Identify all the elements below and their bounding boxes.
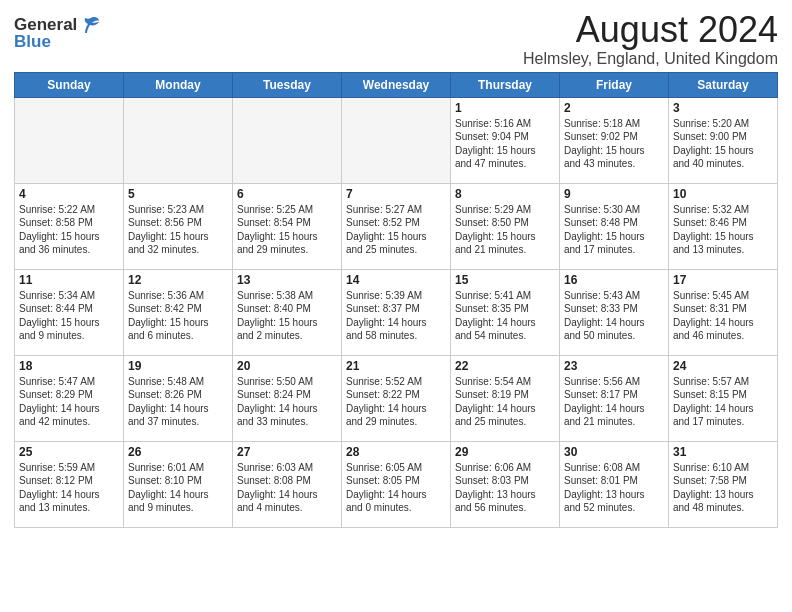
calendar-header-row: SundayMondayTuesdayWednesdayThursdayFrid…	[15, 72, 778, 97]
calendar-cell: 25Sunrise: 5:59 AM Sunset: 8:12 PM Dayli…	[15, 441, 124, 527]
calendar-week-row: 4Sunrise: 5:22 AM Sunset: 8:58 PM Daylig…	[15, 183, 778, 269]
day-number: 25	[19, 445, 119, 459]
calendar-cell: 2Sunrise: 5:18 AM Sunset: 9:02 PM Daylig…	[560, 97, 669, 183]
day-number: 8	[455, 187, 555, 201]
day-number: 12	[128, 273, 228, 287]
calendar-cell: 27Sunrise: 6:03 AM Sunset: 8:08 PM Dayli…	[233, 441, 342, 527]
day-info: Sunrise: 5:18 AM Sunset: 9:02 PM Dayligh…	[564, 117, 664, 171]
day-info: Sunrise: 5:25 AM Sunset: 8:54 PM Dayligh…	[237, 203, 337, 257]
calendar-cell: 5Sunrise: 5:23 AM Sunset: 8:56 PM Daylig…	[124, 183, 233, 269]
day-number: 20	[237, 359, 337, 373]
day-info: Sunrise: 5:56 AM Sunset: 8:17 PM Dayligh…	[564, 375, 664, 429]
day-number: 4	[19, 187, 119, 201]
calendar-cell: 16Sunrise: 5:43 AM Sunset: 8:33 PM Dayli…	[560, 269, 669, 355]
day-info: Sunrise: 5:41 AM Sunset: 8:35 PM Dayligh…	[455, 289, 555, 343]
logo: General Blue	[14, 10, 101, 52]
calendar-cell: 31Sunrise: 6:10 AM Sunset: 7:58 PM Dayli…	[669, 441, 778, 527]
header: General Blue August 2024 Helmsley, Engla…	[14, 10, 778, 68]
calendar-cell	[342, 97, 451, 183]
day-number: 22	[455, 359, 555, 373]
day-number: 13	[237, 273, 337, 287]
day-number: 29	[455, 445, 555, 459]
day-number: 26	[128, 445, 228, 459]
day-info: Sunrise: 5:48 AM Sunset: 8:26 PM Dayligh…	[128, 375, 228, 429]
day-number: 30	[564, 445, 664, 459]
calendar-cell: 22Sunrise: 5:54 AM Sunset: 8:19 PM Dayli…	[451, 355, 560, 441]
day-info: Sunrise: 5:52 AM Sunset: 8:22 PM Dayligh…	[346, 375, 446, 429]
day-info: Sunrise: 5:32 AM Sunset: 8:46 PM Dayligh…	[673, 203, 773, 257]
calendar-week-row: 11Sunrise: 5:34 AM Sunset: 8:44 PM Dayli…	[15, 269, 778, 355]
day-info: Sunrise: 5:54 AM Sunset: 8:19 PM Dayligh…	[455, 375, 555, 429]
day-number: 19	[128, 359, 228, 373]
calendar-week-row: 1Sunrise: 5:16 AM Sunset: 9:04 PM Daylig…	[15, 97, 778, 183]
calendar-cell: 26Sunrise: 6:01 AM Sunset: 8:10 PM Dayli…	[124, 441, 233, 527]
day-info: Sunrise: 5:23 AM Sunset: 8:56 PM Dayligh…	[128, 203, 228, 257]
day-number: 9	[564, 187, 664, 201]
day-number: 5	[128, 187, 228, 201]
calendar-cell	[124, 97, 233, 183]
day-info: Sunrise: 5:27 AM Sunset: 8:52 PM Dayligh…	[346, 203, 446, 257]
day-info: Sunrise: 5:39 AM Sunset: 8:37 PM Dayligh…	[346, 289, 446, 343]
calendar-cell: 10Sunrise: 5:32 AM Sunset: 8:46 PM Dayli…	[669, 183, 778, 269]
day-number: 21	[346, 359, 446, 373]
day-number: 16	[564, 273, 664, 287]
calendar-cell: 28Sunrise: 6:05 AM Sunset: 8:05 PM Dayli…	[342, 441, 451, 527]
day-info: Sunrise: 5:47 AM Sunset: 8:29 PM Dayligh…	[19, 375, 119, 429]
logo-bird-icon	[79, 14, 101, 36]
calendar-cell: 14Sunrise: 5:39 AM Sunset: 8:37 PM Dayli…	[342, 269, 451, 355]
page-title: August 2024	[523, 10, 778, 50]
weekday-header-thursday: Thursday	[451, 72, 560, 97]
calendar-cell: 6Sunrise: 5:25 AM Sunset: 8:54 PM Daylig…	[233, 183, 342, 269]
day-number: 6	[237, 187, 337, 201]
calendar-cell: 30Sunrise: 6:08 AM Sunset: 8:01 PM Dayli…	[560, 441, 669, 527]
day-info: Sunrise: 5:29 AM Sunset: 8:50 PM Dayligh…	[455, 203, 555, 257]
logo-blue-text: Blue	[14, 32, 51, 52]
page-subtitle: Helmsley, England, United Kingdom	[523, 50, 778, 68]
calendar-cell: 4Sunrise: 5:22 AM Sunset: 8:58 PM Daylig…	[15, 183, 124, 269]
calendar-cell: 8Sunrise: 5:29 AM Sunset: 8:50 PM Daylig…	[451, 183, 560, 269]
weekday-header-wednesday: Wednesday	[342, 72, 451, 97]
calendar-cell: 20Sunrise: 5:50 AM Sunset: 8:24 PM Dayli…	[233, 355, 342, 441]
calendar-cell	[15, 97, 124, 183]
day-info: Sunrise: 5:20 AM Sunset: 9:00 PM Dayligh…	[673, 117, 773, 171]
weekday-header-saturday: Saturday	[669, 72, 778, 97]
weekday-header-tuesday: Tuesday	[233, 72, 342, 97]
calendar-cell: 1Sunrise: 5:16 AM Sunset: 9:04 PM Daylig…	[451, 97, 560, 183]
day-info: Sunrise: 5:57 AM Sunset: 8:15 PM Dayligh…	[673, 375, 773, 429]
calendar-cell	[233, 97, 342, 183]
day-info: Sunrise: 5:45 AM Sunset: 8:31 PM Dayligh…	[673, 289, 773, 343]
calendar-cell: 19Sunrise: 5:48 AM Sunset: 8:26 PM Dayli…	[124, 355, 233, 441]
calendar-cell: 23Sunrise: 5:56 AM Sunset: 8:17 PM Dayli…	[560, 355, 669, 441]
calendar-cell: 21Sunrise: 5:52 AM Sunset: 8:22 PM Dayli…	[342, 355, 451, 441]
weekday-header-sunday: Sunday	[15, 72, 124, 97]
day-info: Sunrise: 5:50 AM Sunset: 8:24 PM Dayligh…	[237, 375, 337, 429]
day-info: Sunrise: 6:03 AM Sunset: 8:08 PM Dayligh…	[237, 461, 337, 515]
day-number: 31	[673, 445, 773, 459]
day-info: Sunrise: 5:59 AM Sunset: 8:12 PM Dayligh…	[19, 461, 119, 515]
day-info: Sunrise: 5:16 AM Sunset: 9:04 PM Dayligh…	[455, 117, 555, 171]
day-number: 1	[455, 101, 555, 115]
day-number: 24	[673, 359, 773, 373]
day-number: 3	[673, 101, 773, 115]
page: General Blue August 2024 Helmsley, Engla…	[0, 0, 792, 612]
day-number: 10	[673, 187, 773, 201]
calendar-table: SundayMondayTuesdayWednesdayThursdayFrid…	[14, 72, 778, 528]
title-area: August 2024 Helmsley, England, United Ki…	[523, 10, 778, 68]
day-number: 15	[455, 273, 555, 287]
calendar-cell: 11Sunrise: 5:34 AM Sunset: 8:44 PM Dayli…	[15, 269, 124, 355]
calendar-cell: 3Sunrise: 5:20 AM Sunset: 9:00 PM Daylig…	[669, 97, 778, 183]
calendar-week-row: 25Sunrise: 5:59 AM Sunset: 8:12 PM Dayli…	[15, 441, 778, 527]
calendar-cell: 24Sunrise: 5:57 AM Sunset: 8:15 PM Dayli…	[669, 355, 778, 441]
calendar-cell: 29Sunrise: 6:06 AM Sunset: 8:03 PM Dayli…	[451, 441, 560, 527]
day-info: Sunrise: 5:30 AM Sunset: 8:48 PM Dayligh…	[564, 203, 664, 257]
calendar-cell: 15Sunrise: 5:41 AM Sunset: 8:35 PM Dayli…	[451, 269, 560, 355]
day-number: 11	[19, 273, 119, 287]
day-info: Sunrise: 6:08 AM Sunset: 8:01 PM Dayligh…	[564, 461, 664, 515]
calendar-cell: 18Sunrise: 5:47 AM Sunset: 8:29 PM Dayli…	[15, 355, 124, 441]
calendar-cell: 12Sunrise: 5:36 AM Sunset: 8:42 PM Dayli…	[124, 269, 233, 355]
calendar-cell: 17Sunrise: 5:45 AM Sunset: 8:31 PM Dayli…	[669, 269, 778, 355]
day-number: 14	[346, 273, 446, 287]
day-info: Sunrise: 6:06 AM Sunset: 8:03 PM Dayligh…	[455, 461, 555, 515]
day-info: Sunrise: 6:01 AM Sunset: 8:10 PM Dayligh…	[128, 461, 228, 515]
calendar-cell: 7Sunrise: 5:27 AM Sunset: 8:52 PM Daylig…	[342, 183, 451, 269]
